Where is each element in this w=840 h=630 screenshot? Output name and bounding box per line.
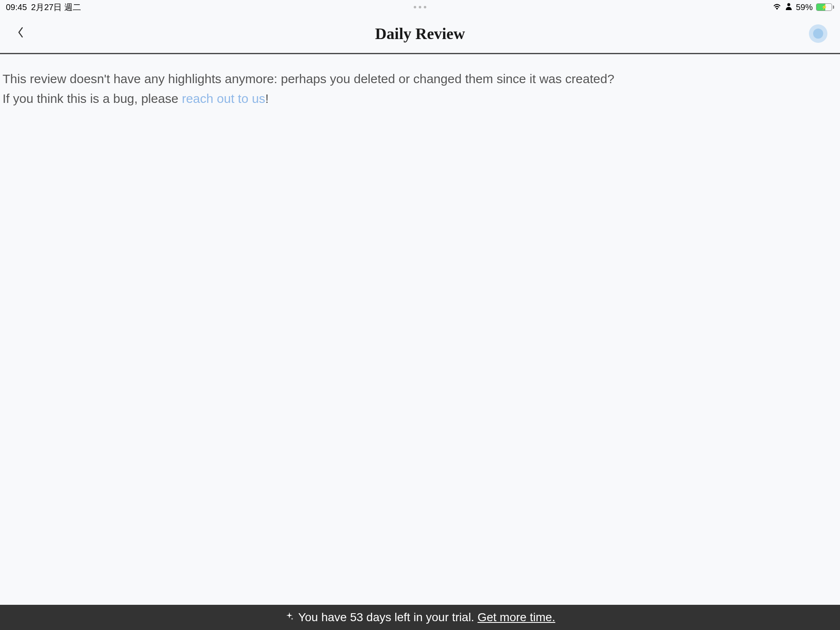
- wifi-icon: [772, 3, 782, 12]
- app-header: Daily Review: [0, 14, 840, 54]
- reach-out-link[interactable]: reach out to us: [182, 92, 265, 105]
- trial-text: You have 53 days left in your trial. Get…: [298, 611, 555, 624]
- status-bar: 09:45 2月27日 週二 59% ⚡: [0, 0, 840, 14]
- trial-days-text: You have 53 days left in your trial.: [298, 611, 478, 624]
- status-right: 59% ⚡: [772, 3, 834, 12]
- empty-message-suffix: !: [265, 92, 268, 105]
- trial-banner: You have 53 days left in your trial. Get…: [0, 605, 840, 630]
- status-date: 2月27日 週二: [31, 2, 81, 13]
- svg-point-0: [787, 3, 790, 6]
- status-time: 09:45: [6, 3, 27, 12]
- person-icon: [785, 3, 793, 12]
- avatar-icon: [813, 29, 823, 39]
- empty-message-prefix: If you think this is a bug, please: [3, 92, 182, 105]
- page-title: Daily Review: [375, 24, 465, 43]
- status-left: 09:45 2月27日 週二: [6, 2, 81, 13]
- sparkle-icon: [285, 612, 294, 623]
- battery-percent: 59%: [796, 3, 813, 12]
- content-area: This review doesn't have any highlights …: [0, 54, 840, 123]
- avatar-button[interactable]: [809, 24, 827, 43]
- empty-message-line1: This review doesn't have any highlights …: [3, 69, 837, 89]
- multitasking-dots-icon[interactable]: [414, 6, 426, 8]
- empty-message-line2: If you think this is a bug, please reach…: [3, 89, 837, 109]
- get-more-time-link[interactable]: Get more time.: [478, 611, 555, 624]
- battery-icon: ⚡: [816, 3, 834, 11]
- back-button[interactable]: [17, 26, 24, 42]
